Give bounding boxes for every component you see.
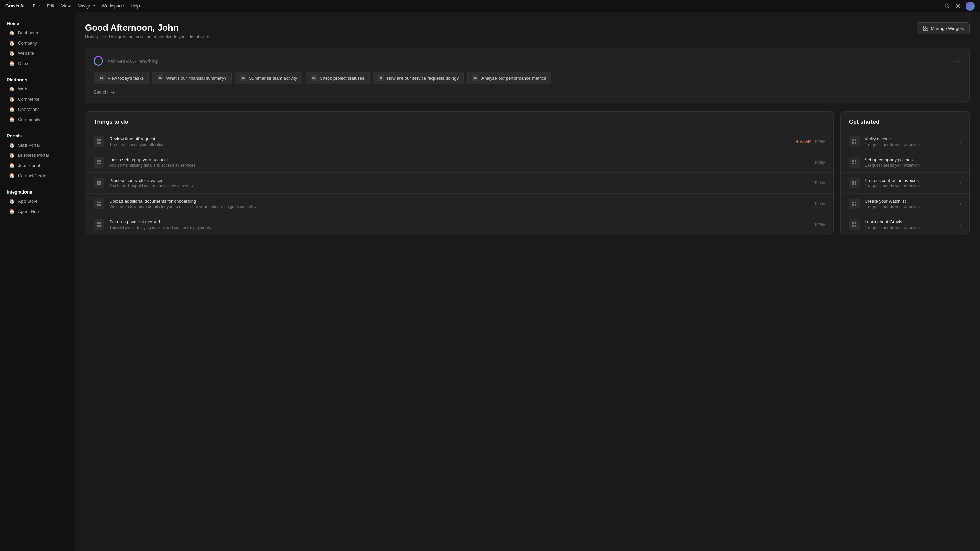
user-avatar[interactable] — [966, 2, 975, 11]
menu-help[interactable]: Help — [130, 3, 140, 8]
home-icon-office: 🏠 — [9, 60, 14, 66]
home-icon-staff: 🏠 — [9, 142, 14, 148]
svg-rect-76 — [855, 225, 856, 227]
svg-rect-3 — [923, 26, 925, 28]
sidebar-item-business-portal[interactable]: 🏠 Business Portal — [2, 150, 73, 160]
svg-rect-61 — [853, 160, 854, 162]
svg-rect-17 — [242, 76, 243, 78]
things-to-do-more-button[interactable]: ··· — [818, 118, 825, 125]
menu-navigate[interactable]: Navigate — [78, 3, 95, 8]
todo-title-2: Process contractor invoices — [109, 178, 810, 183]
sidebar-item-staff-portal[interactable]: 🏠 Staff Portal — [2, 140, 73, 150]
ai-search-link[interactable]: Search — [94, 89, 961, 95]
todo-meta-3: Today — [814, 202, 825, 206]
svg-rect-68 — [855, 183, 856, 185]
ai-placeholder-text[interactable]: Ask Gravis AI anything — [107, 58, 950, 64]
ai-chip-financial-label: What's our financial summary? — [166, 76, 226, 81]
todo-icon-0 — [94, 136, 105, 147]
svg-rect-42 — [99, 160, 101, 162]
sidebar-item-company[interactable]: 🏠 Company — [2, 38, 73, 48]
svg-rect-24 — [314, 77, 315, 78]
started-item-3[interactable]: Create your watchlist 1 request needs yo… — [841, 193, 969, 214]
menu-view[interactable]: View — [61, 3, 71, 8]
ai-chip-team[interactable]: Summarize team activity — [235, 72, 302, 84]
ai-chip-tasks[interactable]: View today's tasks — [94, 72, 149, 84]
sidebar-item-agent-hub[interactable]: 🏠 Agent Hub — [2, 206, 73, 216]
home-icon-company: 🏠 — [9, 40, 14, 46]
sidebar-item-contact-center[interactable]: 🏠 Contact Center — [2, 170, 73, 181]
ai-chip-financial[interactable]: What's our financial summary? — [152, 72, 231, 84]
ai-more-button[interactable]: ··· — [954, 57, 961, 65]
started-item-0[interactable]: Verify account 1 request needs your atte… — [841, 131, 969, 152]
sidebar-item-website[interactable]: 🏠 Website — [2, 48, 73, 58]
manage-widgets-button[interactable]: Manage Widgets — [917, 22, 970, 34]
svg-rect-57 — [853, 140, 854, 141]
sidebar: Home 🏠 Dashboard 🏠 Company 🏠 Website 🏠 O… — [0, 12, 75, 551]
started-subtitle-0: 1 request needs your attention — [865, 142, 955, 147]
ai-chip-projects[interactable]: Check project statuses — [305, 72, 369, 84]
header-text: Good Afternoon, John Hand-picked widgets… — [85, 22, 211, 40]
todo-content-3: Upload additional documents for onboardi… — [109, 198, 810, 209]
sidebar-item-label: Web — [18, 86, 27, 92]
sidebar-item-label: Agent Hub — [18, 209, 39, 214]
todo-item-2[interactable]: Process contractor invoices You have 1 u… — [86, 172, 833, 193]
started-item-1[interactable]: Set up company policies 1 request needs … — [841, 152, 969, 172]
started-item-2[interactable]: Process contractor invoices 1 request ne… — [841, 172, 969, 193]
sidebar-item-dashboard[interactable]: 🏠 Dashboard — [2, 27, 73, 38]
get-started-title: Get started — [849, 119, 880, 125]
home-icon-web: 🏠 — [9, 86, 14, 92]
home-icon: 🏠 — [9, 30, 14, 35]
settings-icon[interactable] — [955, 3, 961, 9]
page-title: Good Afternoon, John — [85, 22, 211, 33]
sidebar-item-jobs-portal[interactable]: 🏠 Jobs Portal — [2, 160, 73, 170]
svg-rect-50 — [99, 202, 101, 203]
svg-rect-74 — [855, 222, 856, 224]
ai-chip-projects-label: Check project statuses — [320, 76, 364, 81]
svg-rect-22 — [312, 76, 313, 78]
sidebar-item-community[interactable]: 🏠 Community — [2, 114, 73, 124]
todo-item-0[interactable]: Review time off request 1 request needs … — [86, 131, 833, 152]
svg-rect-28 — [381, 76, 382, 77]
started-subtitle-2: 1 request needs your attention — [865, 184, 955, 189]
svg-point-2 — [957, 5, 959, 7]
svg-rect-39 — [97, 142, 99, 143]
chip-icon-tasks — [99, 75, 105, 81]
svg-rect-59 — [853, 142, 854, 143]
todo-title-1: Finish setting up your account — [109, 157, 810, 162]
svg-rect-38 — [99, 140, 101, 141]
started-item-4[interactable]: Learn about Gravis 1 request needs your … — [841, 214, 969, 235]
started-title-3: Create your watchlist — [865, 198, 955, 204]
todo-content-1: Finish setting up your account Add some … — [109, 157, 810, 168]
sidebar-item-label: Staff Portal — [18, 143, 40, 148]
svg-rect-10 — [100, 78, 103, 79]
menu-file[interactable]: File — [33, 3, 40, 8]
search-icon[interactable] — [944, 3, 950, 9]
svg-rect-14 — [160, 77, 161, 78]
sidebar-item-web[interactable]: 🏠 Web — [2, 84, 73, 94]
svg-rect-27 — [380, 76, 381, 78]
chip-icon-service — [378, 75, 384, 81]
ai-chip-service[interactable]: How are our service requests doing? — [373, 72, 464, 84]
svg-rect-51 — [97, 204, 99, 206]
menu-edit[interactable]: Edit — [47, 3, 54, 8]
home-icon-website: 🏠 — [9, 50, 14, 56]
get-started-more-button[interactable]: ··· — [954, 118, 961, 125]
todo-item-3[interactable]: Upload additional documents for onboardi… — [86, 193, 833, 214]
todo-subtitle-4: This will avoid delaying invoice and con… — [109, 225, 810, 230]
todo-item-4[interactable]: Set up a payment method This will avoid … — [86, 214, 833, 235]
sidebar-item-office[interactable]: 🏠 Office — [2, 58, 73, 68]
home-icon-appstore: 🏠 — [9, 198, 14, 204]
sidebar-section-title-integrations: Integrations — [0, 187, 75, 196]
sidebar-item-commerce[interactable]: 🏠 Commerce — [2, 94, 73, 104]
todo-item-1[interactable]: Finish setting up your account Add some … — [86, 152, 833, 172]
sidebar-item-app-store[interactable]: 🏠 App Store — [2, 196, 73, 206]
started-icon-0 — [849, 136, 860, 147]
home-icon-agenthub: 🏠 — [9, 208, 14, 214]
chevron-icon-3: › — [959, 201, 961, 207]
ai-chip-performance[interactable]: Analyze our performance metrics — [467, 72, 551, 84]
menu-workspace[interactable]: Workspace — [102, 3, 124, 8]
things-to-do-title: Things to do — [94, 119, 128, 125]
menu-bar: Gravis AI File Edit View Navigate Worksp… — [0, 0, 980, 12]
svg-rect-44 — [99, 163, 101, 164]
sidebar-item-operations[interactable]: 🏠 Operations — [2, 104, 73, 114]
